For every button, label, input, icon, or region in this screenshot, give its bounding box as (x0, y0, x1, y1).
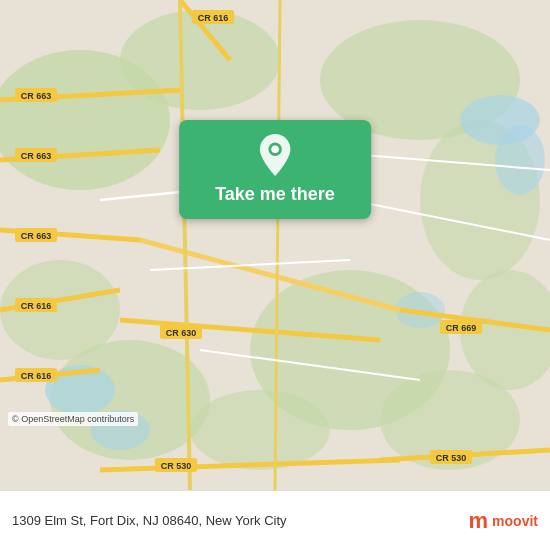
svg-text:CR 616: CR 616 (198, 13, 229, 23)
osm-attribution: © OpenStreetMap contributors (8, 412, 138, 426)
take-me-there-button[interactable]: Take me there (179, 120, 371, 219)
cta-button-label: Take me there (215, 184, 335, 205)
svg-text:CR 663: CR 663 (21, 151, 52, 161)
svg-text:CR 530: CR 530 (161, 461, 192, 471)
bottom-bar: 1309 Elm St, Fort Dix, NJ 08640, New Yor… (0, 490, 550, 550)
svg-point-8 (190, 390, 330, 470)
moovit-logo-letter: m (469, 508, 489, 534)
svg-text:CR 616: CR 616 (21, 371, 52, 381)
address-text: 1309 Elm St, Fort Dix, NJ 08640, New Yor… (12, 513, 287, 528)
svg-text:CR 663: CR 663 (21, 91, 52, 101)
svg-point-55 (271, 145, 279, 153)
svg-text:CR 616: CR 616 (21, 301, 52, 311)
cta-overlay: Take me there (179, 120, 371, 219)
osm-text: © OpenStreetMap contributors (12, 414, 134, 424)
svg-text:CR 630: CR 630 (166, 328, 197, 338)
moovit-logo: m moovit (469, 508, 538, 534)
location-pin-icon (257, 134, 293, 176)
svg-point-12 (495, 125, 545, 195)
map-container: CR 663 CR 663 CR 663 CR 616 CR 616 CR 61… (0, 0, 550, 490)
svg-text:CR 530: CR 530 (436, 453, 467, 463)
moovit-logo-word: moovit (492, 513, 538, 529)
svg-text:CR 663: CR 663 (21, 231, 52, 241)
svg-text:CR 669: CR 669 (446, 323, 477, 333)
